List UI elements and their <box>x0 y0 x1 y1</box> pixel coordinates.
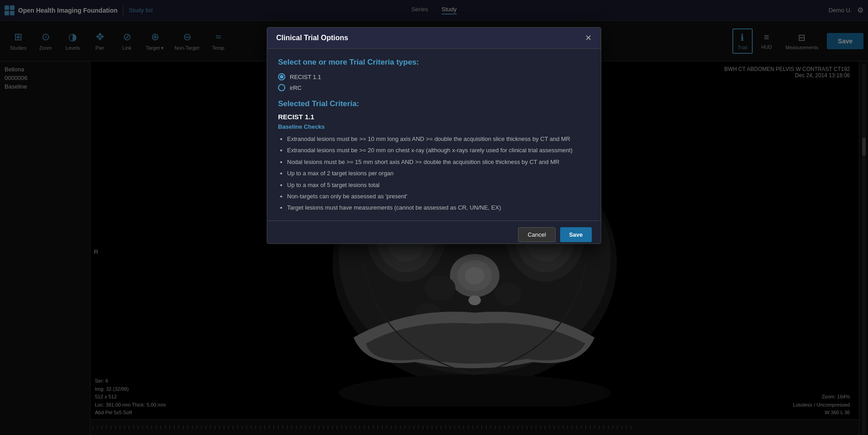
modal-dialog: Clinical Trial Options ✕ Select one or m… <box>267 27 601 244</box>
criteria-list: Extranodal lesions must be >= 10 mm long… <box>278 134 590 213</box>
modal-header: Clinical Trial Options ✕ <box>267 28 601 49</box>
criteria-item: Nodal lesions must be >= 15 mm short axi… <box>287 157 590 167</box>
radio-recist-label: RECIST 1.1 <box>290 74 321 80</box>
select-criteria-heading: Select one or more Trial Criteria types: <box>278 58 590 67</box>
criteria-item: Extranodal lesions must be >= 20 mm on c… <box>287 145 590 155</box>
radio-irrc-label: irRC <box>290 84 302 91</box>
modal-overlay: Clinical Trial Options ✕ Select one or m… <box>0 0 868 435</box>
cancel-button[interactable]: Cancel <box>518 227 555 242</box>
modal-body: Select one or more Trial Criteria types:… <box>267 49 601 220</box>
radio-irrc-circle[interactable] <box>278 84 285 91</box>
save-button[interactable]: Save <box>560 227 592 242</box>
selected-criteria-heading: Selected Trial Criteria: <box>278 99 590 108</box>
criteria-item: Up to a max of 5 target lesions total <box>287 180 590 190</box>
radio-recist[interactable]: RECIST 1.1 <box>278 73 590 80</box>
modal-footer: Cancel Save <box>267 220 601 244</box>
modal-close-button[interactable]: ✕ <box>585 34 592 42</box>
criteria-item: Extranodal lesions must be >= 10 mm long… <box>287 134 590 144</box>
baseline-checks-heading: Baseline Checks <box>278 123 590 130</box>
criteria-item: Target lesions must have measurements (c… <box>287 202 590 213</box>
recist-heading: RECIST 1.1 <box>278 113 590 121</box>
criteria-item: Non-targets can only be assessed as 'pre… <box>287 191 590 201</box>
radio-recist-circle[interactable] <box>278 73 285 80</box>
radio-irrc[interactable]: irRC <box>278 84 590 91</box>
modal-title: Clinical Trial Options <box>276 34 348 42</box>
criteria-item: Up to a max of 2 target lesions per orga… <box>287 168 590 178</box>
